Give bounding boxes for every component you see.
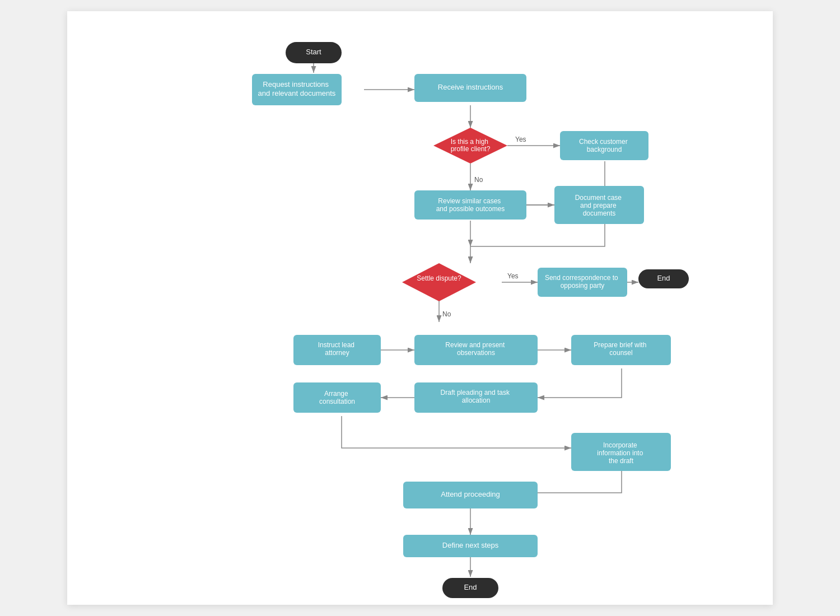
receive-instructions-label: Receive instructions xyxy=(438,83,503,91)
yes-label-2: Yes xyxy=(507,272,519,280)
yes-label-1: Yes xyxy=(515,136,526,143)
settle-dispute-label: Settle dispute? xyxy=(417,274,461,282)
define-next-steps-label: Define next steps xyxy=(442,541,499,549)
end2-label: End xyxy=(464,583,477,591)
no-label-1: No xyxy=(474,176,483,184)
flowchart-svg: Yes No Yes No Start Request instructions… xyxy=(67,11,773,605)
start-label: Start xyxy=(306,48,321,56)
flowchart-canvas: Yes No Yes No Start Request instructions… xyxy=(67,11,773,605)
arrange-consultation-label: Arrange consultation xyxy=(319,390,355,405)
request-instructions-label: Request instructions and relevant docume… xyxy=(258,80,336,97)
end1-label: End xyxy=(657,274,670,282)
review-cases-label: Review similar cases and possible outcom… xyxy=(436,197,505,213)
high-profile-label: Is this a high profile client? xyxy=(451,138,491,153)
attend-proceeding-label: Attend proceeding xyxy=(441,490,500,498)
no-label-2: No xyxy=(442,310,451,318)
